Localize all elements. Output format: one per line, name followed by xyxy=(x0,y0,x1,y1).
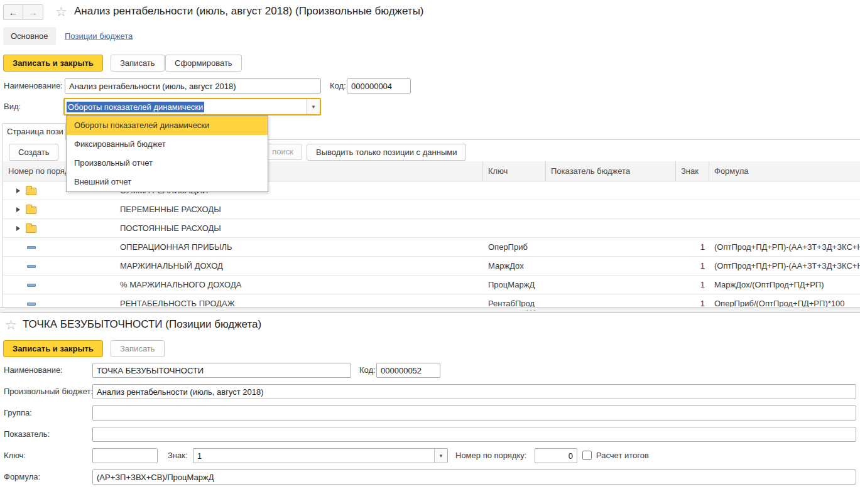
order-label: Номер по порядку: xyxy=(455,448,526,463)
cell-formula: (ОптПрод+ПД+РП)-(АА+ЗТ+ЗД+ЗКС+Н xyxy=(709,257,860,275)
element-dash-icon xyxy=(27,265,36,268)
cell-name: ПОСТОЯННЫЕ РАСХОДЫ xyxy=(101,219,483,237)
cell-formula: (ОптПрод+ПД+РП)-(АА+ЗТ+ЗД+ЗКС+Н xyxy=(709,238,860,256)
cell-name: МАРЖИНАЛЬНЫЙ ДОХОД xyxy=(101,257,483,275)
formula-input[interactable] xyxy=(92,469,856,485)
kind-label: Вид: xyxy=(4,99,21,114)
history-nav: ← → xyxy=(3,4,43,20)
window-splitter[interactable]: ∙∙∙ xyxy=(0,307,860,313)
cell-indicator xyxy=(546,219,676,237)
element-dash-icon xyxy=(27,284,36,287)
group-label: Группа: xyxy=(4,405,32,421)
name-label: Наименование: xyxy=(4,363,63,378)
table-row[interactable]: % МАРЖИНАЛЬНОГО ДОХОДА ПроцМаржД 1 МаржД… xyxy=(3,276,860,294)
cell-formula xyxy=(709,219,860,237)
sign-value: 1 xyxy=(193,449,434,463)
folder-icon xyxy=(26,225,36,233)
expand-triangle-icon[interactable] xyxy=(16,207,20,212)
cell-sign xyxy=(676,200,709,218)
app-screen: ← → ☆ Анализ рентабельности (июль, авгус… xyxy=(0,0,860,504)
tab-main[interactable]: Основное xyxy=(3,27,56,45)
favorite-star-icon[interactable]: ☆ xyxy=(55,5,67,18)
totals-checkbox-label: Расчет итогов xyxy=(596,450,649,461)
budget-input[interactable] xyxy=(92,384,856,399)
sign-dropdown-arrow-icon[interactable]: ▼ xyxy=(434,449,447,463)
order-input[interactable] xyxy=(535,448,577,463)
key-label: Ключ: xyxy=(4,448,26,463)
cell-sign xyxy=(676,219,709,237)
header-key[interactable]: Ключ xyxy=(483,161,546,181)
cell-sign: 1 xyxy=(676,276,709,294)
dropdown-option[interactable]: Произвольный отчет xyxy=(67,154,268,173)
cell-indicator xyxy=(546,238,676,256)
cell-formula xyxy=(709,181,860,200)
window-title: ТОЧКА БЕЗУБЫТОЧНОСТИ (Позиции бюджета) xyxy=(23,318,261,331)
table-row[interactable]: ПЕРЕМЕННЫЕ РАСХОДЫ xyxy=(3,200,860,219)
link-budget-positions[interactable]: Позиции бюджета xyxy=(65,27,133,45)
header-sign[interactable]: Знак xyxy=(676,161,709,181)
expand-triangle-icon[interactable] xyxy=(16,188,20,193)
cell-key: ПроцМаржД xyxy=(483,276,546,294)
dropdown-option[interactable]: Фиксированный бюджет xyxy=(67,135,268,154)
cell-name: ПЕРЕМЕННЫЕ РАСХОДЫ xyxy=(101,200,483,218)
top-window: ← → ☆ Анализ рентабельности (июль, авгус… xyxy=(0,0,860,307)
name-input[interactable] xyxy=(92,363,351,378)
table-row[interactable]: МАРЖИНАЛЬНЫЙ ДОХОД МаржДох 1 (ОптПрод+ПД… xyxy=(3,257,860,276)
name-input[interactable] xyxy=(65,78,321,94)
kind-dropdown-arrow-icon[interactable]: ▼ xyxy=(307,99,320,114)
show-only-with-data-button[interactable]: Выводить только позиции с данными xyxy=(307,144,466,161)
save-close-button[interactable]: Записать и закрыть xyxy=(3,340,103,357)
indicator-label: Показатель: xyxy=(4,427,50,442)
window-title: Анализ рентабельности (июль, август 2018… xyxy=(74,5,424,18)
table-row[interactable]: ОПЕРАЦИОННАЯ ПРИБЫЛЬ ОперПриб 1 (ОптПрод… xyxy=(3,238,860,257)
kind-combobox[interactable]: Обороты показателей динамически ▼ xyxy=(63,98,321,115)
dropdown-option[interactable]: Обороты показателей динамически xyxy=(67,116,268,135)
cell-key xyxy=(483,181,546,200)
cell-sign xyxy=(676,181,709,200)
table-row[interactable]: ПОСТОЯННЫЕ РАСХОДЫ xyxy=(3,219,860,238)
save-button[interactable]: Записать xyxy=(111,340,165,357)
cell-name: % МАРЖИНАЛЬНОГО ДОХОДА xyxy=(101,276,483,294)
cell-name: ОПЕРАЦИОННАЯ ПРИБЫЛЬ xyxy=(101,238,483,256)
cell-indicator xyxy=(546,276,676,294)
dropdown-option[interactable]: Внешний отчет xyxy=(67,173,268,191)
totals-checkbox[interactable] xyxy=(582,451,592,460)
cell-key xyxy=(483,200,546,218)
name-label: Наименование: xyxy=(4,78,63,94)
search-input[interactable]: поиск xyxy=(263,144,302,160)
formula-label: Формула: xyxy=(4,469,40,485)
back-button[interactable]: ← xyxy=(3,4,23,20)
folder-icon xyxy=(26,206,36,214)
indicator-input[interactable] xyxy=(92,427,856,442)
favorite-star-icon[interactable]: ☆ xyxy=(5,318,17,331)
cell-key: ОперПриб xyxy=(483,238,546,256)
expand-triangle-icon[interactable] xyxy=(16,226,20,231)
header-indicator[interactable]: Показатель бюджета xyxy=(546,161,676,181)
cell-sign: 1 xyxy=(676,257,709,275)
budget-label: Произвольный бюджет: xyxy=(4,384,93,399)
key-input[interactable] xyxy=(92,448,158,463)
sign-combobox[interactable]: 1 ▼ xyxy=(193,448,448,463)
forward-button[interactable]: → xyxy=(23,4,43,20)
element-dash-icon xyxy=(27,246,36,249)
tab-positions-page[interactable]: Страница пози xyxy=(2,123,66,140)
cell-key xyxy=(483,219,546,237)
save-button[interactable]: Записать xyxy=(111,55,165,72)
save-close-button[interactable]: Записать и закрыть xyxy=(3,55,103,72)
sign-label: Знак: xyxy=(168,448,188,463)
group-input[interactable] xyxy=(92,405,856,421)
element-dash-icon xyxy=(27,303,36,306)
create-button[interactable]: Создать xyxy=(9,144,58,161)
code-label: Код: xyxy=(359,363,376,378)
cell-sign: 1 xyxy=(676,238,709,256)
cell-indicator xyxy=(546,257,676,275)
code-input[interactable] xyxy=(347,78,411,94)
cell-indicator xyxy=(546,181,676,200)
header-formula[interactable]: Формула xyxy=(709,161,860,181)
cell-indicator xyxy=(546,200,676,218)
cell-key: МаржДох xyxy=(483,257,546,275)
code-input[interactable] xyxy=(376,363,440,378)
kind-dropdown-list: Обороты показателей динамически Фиксиров… xyxy=(66,115,268,192)
generate-button[interactable]: Сформировать xyxy=(165,55,242,72)
kind-selected-value: Обороты показателей динамически xyxy=(65,99,307,114)
